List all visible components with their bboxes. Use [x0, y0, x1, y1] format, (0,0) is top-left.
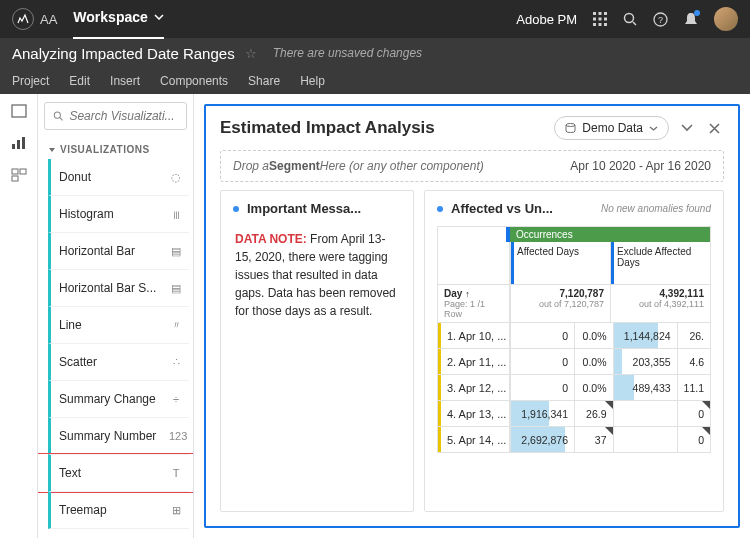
- segment-dropzone[interactable]: Drop a Segment Here (or any other compon…: [220, 150, 724, 182]
- panel-title[interactable]: Estimated Impact Analysis: [220, 118, 546, 138]
- viz-item[interactable]: TextT: [48, 455, 189, 492]
- bell-icon[interactable]: [684, 12, 698, 27]
- table-row[interactable]: 4. Apr 13, ... 1,916,341 26.9 0: [438, 400, 710, 426]
- svg-rect-1: [599, 12, 602, 15]
- svg-rect-17: [12, 169, 18, 174]
- search-input[interactable]: [44, 102, 187, 130]
- viz-item[interactable]: Histogram⫼: [48, 196, 189, 233]
- svg-rect-16: [22, 137, 25, 149]
- table-row[interactable]: 5. Apr 14, ... 2,692,876 37 0: [438, 426, 710, 452]
- data-note-label: DATA NOTE:: [235, 232, 307, 246]
- top-bar: AA Workspace Adobe PM ?: [0, 0, 750, 38]
- panel: Estimated Impact Analysis Demo Data Drop…: [204, 104, 740, 528]
- viz-type-icon: ⫼: [169, 208, 183, 220]
- svg-rect-3: [593, 18, 596, 21]
- viz-type-icon: ⊞: [169, 504, 183, 517]
- day-header[interactable]: Day ↑ Page: 1 /1 Row: [438, 285, 510, 322]
- section-label: VISUALIZATIONS: [38, 138, 193, 159]
- table-row[interactable]: 3. Apr 12, ... 0 0.0% 489,433 11.1: [438, 374, 710, 400]
- table-row[interactable]: 1. Apr 10, ... 0 0.0% 1,144,824 26.: [438, 322, 710, 348]
- col-exclude[interactable]: Exclude Affected Days: [610, 242, 710, 284]
- viz-item[interactable]: Horizontal Bar▤: [48, 233, 189, 270]
- chevron-down-icon: [154, 14, 164, 20]
- viz-item[interactable]: Summary Number123: [48, 418, 189, 455]
- menu-share[interactable]: Share: [248, 74, 280, 88]
- data-view-dropdown[interactable]: Demo Data: [554, 116, 669, 140]
- anomaly-label: No new anomalies found: [601, 203, 711, 214]
- viz-type-icon: T: [169, 467, 183, 479]
- help-icon[interactable]: ?: [653, 12, 668, 27]
- viz-type-icon: 123: [169, 430, 183, 442]
- svg-rect-14: [12, 144, 15, 149]
- caret-down-icon: [48, 146, 56, 154]
- total-affected: 7,120,787out of 7,120,787: [510, 285, 610, 322]
- svg-line-21: [60, 118, 63, 121]
- viz-type-icon: 〃: [169, 318, 183, 333]
- svg-rect-18: [20, 169, 26, 174]
- menu-project[interactable]: Project: [12, 74, 49, 88]
- viz-type-icon: ÷: [169, 393, 183, 405]
- viz-type-icon: ∴: [169, 356, 183, 369]
- product-label: AA: [40, 12, 57, 27]
- data-icon: [565, 123, 576, 133]
- workspace-tab[interactable]: Workspace: [73, 9, 163, 39]
- viz-item[interactable]: Summary Change÷: [48, 381, 189, 418]
- sub-header: Analyzing Impacted Date Ranges ☆ There a…: [0, 38, 750, 68]
- svg-rect-8: [604, 23, 607, 26]
- date-range[interactable]: Apr 10 2020 - Apr 16 2020: [570, 159, 711, 173]
- user-name[interactable]: Adobe PM: [516, 12, 577, 27]
- visualization-list: Donut◌Histogram⫼Horizontal Bar▤Horizonta…: [38, 159, 193, 538]
- svg-rect-0: [593, 12, 596, 15]
- viz-type-icon: ▤: [169, 282, 183, 295]
- message-card: Important Messa... DATA NOTE: From April…: [220, 190, 414, 512]
- svg-rect-15: [17, 140, 20, 149]
- menu-help[interactable]: Help: [300, 74, 325, 88]
- viz-item[interactable]: Treemap⊞: [48, 492, 189, 529]
- svg-rect-4: [599, 18, 602, 21]
- table-card: Affected vs Un... No new anomalies found…: [424, 190, 724, 512]
- menu-components[interactable]: Components: [160, 74, 228, 88]
- close-icon[interactable]: [705, 121, 724, 136]
- rail-visualizations-icon[interactable]: [11, 136, 27, 150]
- viz-type-icon: ◌: [169, 171, 183, 184]
- svg-point-9: [625, 14, 634, 23]
- app-logo-icon: [12, 8, 34, 30]
- canvas: Estimated Impact Analysis Demo Data Drop…: [194, 94, 750, 538]
- search-icon[interactable]: [623, 12, 637, 26]
- occurrences-header[interactable]: Occurrences: [510, 227, 710, 242]
- col-affected[interactable]: Affected Days: [510, 242, 610, 284]
- rail-panels-icon[interactable]: [11, 104, 27, 118]
- collapse-icon[interactable]: [677, 122, 697, 134]
- svg-text:?: ?: [658, 15, 663, 25]
- search-icon: [53, 110, 63, 122]
- viz-item[interactable]: Scatter∴: [48, 344, 189, 381]
- svg-rect-2: [604, 12, 607, 15]
- avatar[interactable]: [714, 7, 738, 31]
- svg-line-10: [633, 22, 636, 25]
- svg-rect-13: [12, 105, 26, 117]
- menubar: Project Edit Insert Components Share Hel…: [0, 68, 750, 94]
- svg-rect-7: [599, 23, 602, 26]
- left-rail: [0, 94, 38, 538]
- viz-type-icon: ▤: [169, 245, 183, 258]
- message-title[interactable]: Important Messa...: [247, 201, 361, 216]
- viz-item[interactable]: Horizontal Bar S...▤: [48, 270, 189, 307]
- total-exclude: 4,392,111out of 4,392,111: [610, 285, 710, 322]
- svg-point-20: [54, 112, 60, 118]
- svg-rect-19: [12, 176, 18, 181]
- svg-rect-5: [604, 18, 607, 21]
- menu-edit[interactable]: Edit: [69, 74, 90, 88]
- project-title[interactable]: Analyzing Impacted Date Ranges: [12, 45, 235, 62]
- viz-item[interactable]: Line〃: [48, 307, 189, 344]
- star-icon[interactable]: ☆: [245, 46, 257, 61]
- table-row[interactable]: 2. Apr 11, ... 0 0.0% 203,355 4.6: [438, 348, 710, 374]
- apps-icon[interactable]: [593, 12, 607, 26]
- unsaved-label: There are unsaved changes: [273, 46, 422, 60]
- chevron-down-icon: [649, 126, 658, 131]
- viz-item[interactable]: Donut◌: [48, 159, 189, 196]
- sidebar: VISUALIZATIONS Donut◌Histogram⫼Horizonta…: [38, 94, 194, 538]
- menu-insert[interactable]: Insert: [110, 74, 140, 88]
- table-title[interactable]: Affected vs Un...: [451, 201, 553, 216]
- rail-components-icon[interactable]: [11, 168, 27, 182]
- data-table: Occurrences Affected Days Exclude Affect…: [437, 226, 711, 453]
